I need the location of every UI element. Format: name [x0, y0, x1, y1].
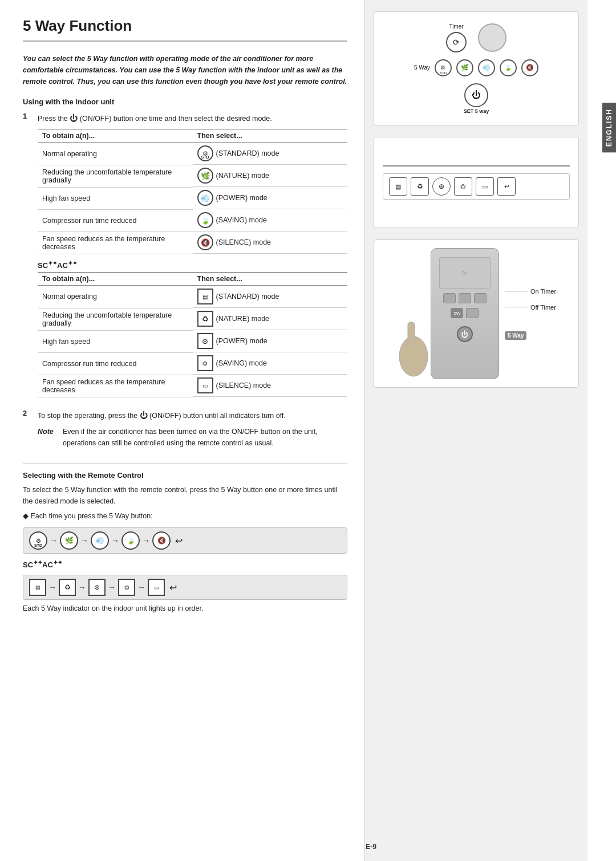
silence2-icon: ▭: [197, 377, 213, 393]
way5-item: 5 Way: [505, 331, 556, 340]
step-number-1: 1: [23, 112, 32, 403]
seq-icon-5: 🔇: [152, 531, 171, 550]
obtain-cell: Compressor run time reduced: [38, 352, 193, 375]
power-label: (POWER) mode: [216, 194, 268, 202]
nature2-icon: ♻: [197, 311, 213, 327]
silence2-label: (SILENCE) mode: [216, 381, 271, 389]
arrow2-4: →: [137, 583, 145, 592]
on-timer-label: On Timer: [530, 288, 556, 295]
arrow-3: →: [111, 536, 119, 545]
remote-btn-2[interactable]: [459, 293, 471, 303]
remote-btn-5[interactable]: [466, 308, 479, 318]
step-2: 2 To stop the operating, press the ⏻ (ON…: [23, 409, 347, 457]
on-timer-item: On Timer: [505, 288, 556, 295]
nature2-label: (NATURE) mode: [216, 315, 270, 323]
mode-table-1: To obtain a(n)... Then select... Normal …: [38, 129, 347, 254]
right-column: Timer ⟳ 5 Way ⚙ STD: [365, 0, 587, 861]
standard2-label: (STANDARD) mode: [216, 293, 279, 300]
remote-std-icon: ▤: [389, 177, 407, 196]
nature-label: (NATURE) mode: [216, 172, 270, 180]
step-1: 1 Press the ⏻ (ON/OFF) button one time a…: [23, 112, 347, 403]
table1-header-select: Then select...: [193, 129, 348, 143]
obtain-cell: Normal operating: [38, 286, 193, 308]
indoor-unit-panel: Timer ⟳ 5 Way ⚙ STD: [374, 11, 579, 125]
table-row: Fan speed reduces as the temperature dec…: [38, 232, 347, 254]
seq-icon-2: 🌿: [60, 531, 78, 550]
remote-right-labels: On Timer Off Timer 5 Way: [505, 288, 556, 340]
remote-control-panel: ▷ 5W: [374, 239, 579, 388]
nature-icon: 🌿: [197, 168, 213, 184]
saving-icon: 🍃: [197, 212, 213, 228]
table2-header-select: Then select...: [193, 273, 348, 286]
table1-header-obtain: To obtain a(n)...: [38, 129, 193, 143]
seq2-icon-5: ▭: [148, 579, 165, 596]
blank-button: [478, 23, 506, 52]
obtain-cell: Compressor run time reduced: [38, 209, 193, 232]
way5-btn-3[interactable]: 💨: [478, 59, 495, 76]
return-arrow-2: ↩: [169, 582, 177, 593]
way5-btn-1[interactable]: ⚙ STD: [435, 59, 452, 76]
select-cell: ⊛ (POWER) mode: [193, 330, 348, 352]
obtain-cell: High fan speed: [38, 187, 193, 209]
way5-btn-4[interactable]: 🍃: [500, 59, 517, 76]
remote-btn-row: [443, 293, 487, 303]
remote-power-icon: ⊛: [432, 177, 451, 196]
footer-text: Each 5 Way indicator on the indoor unit …: [23, 604, 347, 612]
step2-text: To stop the operating, press the ⏻ (ON/O…: [38, 409, 347, 421]
standard-icon: ⚙ STD: [197, 145, 213, 161]
svg-rect-2: [405, 345, 422, 361]
indoor-diagram: Timer ⟳ 5 Way ⚙ STD: [383, 23, 570, 114]
obtain-cell: Reducing the uncomfortable temperature g…: [38, 308, 193, 330]
panel2-top-border: [383, 165, 570, 166]
select-cell: ▭ (SILENCE) mode: [193, 375, 348, 397]
arrow-sequence-2: ▤ → ♻ → ⊛ → ⏣ → ▭ ↩: [23, 575, 347, 600]
select-cell: ▤ (STANDARD) mode: [193, 286, 348, 308]
table-row: Compressor run time reduced ⏣ (SAVING) m…: [38, 352, 347, 375]
table-row: High fan speed ⊛ (POWER) mode: [38, 330, 347, 352]
off-timer-item: Off Timer: [505, 304, 556, 311]
note-row: Note Even if the air conditioner has bee…: [38, 426, 347, 449]
way5-label-panel1: 5 Way: [414, 64, 430, 71]
obtain-cell: Fan speed reduces as the temperature dec…: [38, 232, 193, 254]
table-row: High fan speed 💨 (POWER) mode: [38, 187, 347, 209]
remote-btn-1[interactable]: [443, 293, 456, 303]
remote-btn-4[interactable]: 5W: [451, 308, 463, 318]
select-cell: 🌿 (NATURE) mode: [193, 165, 348, 187]
off-timer-label: Off Timer: [530, 304, 556, 311]
table-row: Fan speed reduces as the temperature dec…: [38, 375, 347, 397]
way5-btn-5[interactable]: 🔇: [521, 59, 538, 76]
remote-silence-icon: ▭: [476, 177, 494, 196]
seq-icon-3: 💨: [91, 531, 109, 550]
table-row: Compressor run time reduced 🍃 (SAVING) m…: [38, 209, 347, 232]
step1-text: Press the ⏻ (ON/OFF) button one time and…: [38, 112, 347, 124]
remote-body: ▷ 5W: [431, 248, 499, 379]
page-number: E-9: [366, 843, 376, 851]
silence-icon: 🔇: [197, 234, 213, 250]
select-cell: 💨 (POWER) mode: [193, 187, 348, 209]
arrow2-1: →: [48, 583, 56, 592]
select-cell: ⚙ STD (STANDARD) mode: [193, 143, 348, 165]
remote-btn-row-2: 5W: [451, 308, 479, 318]
english-tab: ENGLISH: [602, 103, 616, 152]
remote-power-btn[interactable]: ⏻: [457, 326, 473, 342]
select-cell: ⏣ (SAVING) mode: [193, 352, 348, 375]
seq2-icon-3: ⊛: [88, 579, 106, 596]
power-button-panel1[interactable]: ⏻: [464, 83, 488, 107]
remote-control-text: To select the 5 Way function with the re…: [23, 484, 347, 507]
remote-btn-3[interactable]: [474, 293, 487, 303]
timer-button[interactable]: ⟳: [446, 32, 467, 52]
way5-btn-2[interactable]: 🌿: [456, 59, 473, 76]
arrow-sequence-1: ⚙ STD → 🌿 → 💨 → 🍃 → 🔇 ↩: [23, 527, 347, 554]
power2-icon: ⊛: [197, 333, 213, 349]
remote-saving-icon: ⏣: [454, 177, 472, 196]
hand-illustration: [396, 265, 431, 379]
intro-text: You can select the 5 Way function with o…: [23, 53, 347, 87]
page-title: 5 Way Function: [23, 17, 347, 42]
hand-svg: [396, 265, 431, 379]
sc-label-2: SC✦✦AC✦✦: [23, 559, 347, 569]
table-row: Normal operating ⚙ STD (STANDARD) mode: [38, 143, 347, 165]
arrow2-3: →: [108, 583, 116, 592]
saving2-icon: ⏣: [197, 355, 213, 371]
standard-label: (STANDARD) mode: [216, 149, 279, 157]
saving-label: (SAVING) mode: [216, 216, 267, 224]
